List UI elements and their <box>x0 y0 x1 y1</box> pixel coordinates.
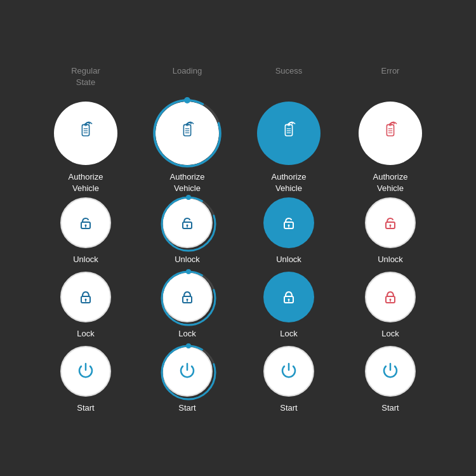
start-icon-regular <box>76 361 96 381</box>
lock-success[interactable]: Lock <box>263 272 314 340</box>
header-success: Sucess <box>275 56 303 77</box>
authorize-icon-regular <box>73 121 98 146</box>
lock-regular[interactable]: Lock <box>60 272 111 340</box>
unlock-error-label: Unlock <box>378 255 403 265</box>
start-error[interactable]: Start <box>365 346 416 414</box>
unlock-icon-success <box>279 213 298 232</box>
lock-error-label: Lock <box>381 329 399 340</box>
svg-point-28 <box>186 195 191 200</box>
unlock-icon-regular <box>76 213 95 232</box>
start-loading-label: Start <box>178 403 195 414</box>
unlock-success[interactable]: Unlock <box>263 197 314 265</box>
unlock-icon-error <box>381 213 400 232</box>
lock-error[interactable]: Lock <box>365 272 416 340</box>
svg-rect-0 <box>82 124 89 136</box>
start-icon-error <box>380 361 400 381</box>
authorize-regular[interactable]: AuthorizeVehicle <box>54 102 117 194</box>
svg-point-55 <box>186 343 191 348</box>
start-loading[interactable]: Start <box>162 346 213 414</box>
lock-icon-error <box>381 288 400 307</box>
lock-success-label: Lock <box>280 329 297 340</box>
loading-ring-start <box>159 343 218 402</box>
authorize-icon-error <box>378 121 403 146</box>
unlock-success-label: Unlock <box>276 255 301 265</box>
unlock-regular-label: Unlock <box>73 255 98 265</box>
authorize-error-label: AuthorizeVehicle <box>373 171 408 194</box>
authorize-loading-label: AuthorizeVehicle <box>170 171 205 194</box>
loading-ring-authorize <box>151 97 223 169</box>
svg-point-43 <box>186 269 191 274</box>
svg-point-7 <box>184 97 190 103</box>
header-loading: Loading <box>173 56 202 77</box>
header-error: Error <box>381 56 400 77</box>
start-regular-label: Start <box>77 403 94 414</box>
authorize-regular-label: AuthorizeVehicle <box>69 171 103 194</box>
lock-icon-regular <box>76 288 95 307</box>
svg-rect-13 <box>285 124 292 136</box>
authorize-error[interactable]: AuthorizeVehicle <box>359 102 422 194</box>
svg-rect-18 <box>387 124 393 136</box>
lock-icon-success <box>279 288 298 307</box>
loading-ring-unlock <box>159 194 218 254</box>
unlock-error[interactable]: Unlock <box>365 197 416 265</box>
authorize-loading[interactable]: AuthorizeVehicle <box>155 102 219 194</box>
lock-loading[interactable]: Lock <box>162 272 213 340</box>
authorize-success[interactable]: AuthorizeVehicle <box>257 102 321 194</box>
lock-loading-label: Lock <box>178 329 195 340</box>
unlock-loading-label: Unlock <box>175 255 200 265</box>
authorize-success-label: AuthorizeVehicle <box>272 171 307 194</box>
start-success[interactable]: Start <box>263 346 314 414</box>
main-grid: RegularState Loading Sucess Error Author… <box>35 56 441 420</box>
start-success-label: Start <box>280 403 297 414</box>
header-regular: RegularState <box>71 56 100 88</box>
authorize-icon-success <box>276 121 301 146</box>
lock-regular-label: Lock <box>77 329 94 340</box>
start-regular[interactable]: Start <box>60 346 111 414</box>
unlock-regular[interactable]: Unlock <box>60 197 111 265</box>
start-icon-success <box>279 361 299 381</box>
loading-ring-lock <box>159 268 218 328</box>
unlock-loading[interactable]: Unlock <box>162 197 213 265</box>
start-error-label: Start <box>381 403 399 414</box>
